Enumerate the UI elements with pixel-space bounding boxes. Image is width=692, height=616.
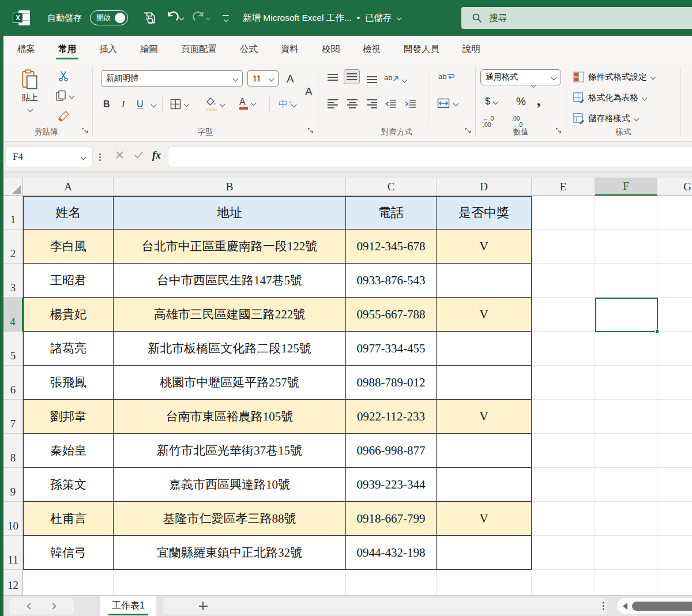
cell-G11[interactable] (657, 536, 692, 570)
bottom-align-button[interactable] (367, 74, 377, 83)
row-header-11[interactable]: 11 (3, 536, 23, 570)
font-color-button[interactable]: A (239, 97, 255, 110)
cell-G3[interactable] (657, 264, 692, 298)
sheet-bar-dots-icon[interactable] (603, 605, 604, 607)
tab-home[interactable]: 常用 (57, 36, 77, 62)
cell-B8[interactable]: 新竹市北區光華街37巷15號 (114, 434, 346, 468)
merge-center-button[interactable] (437, 98, 458, 108)
save-button[interactable] (142, 10, 157, 25)
cell-B3[interactable]: 台中市西區民生路147巷5號 (114, 264, 346, 298)
cell-C3[interactable]: 0933-876-543 (346, 264, 437, 298)
cell-A11[interactable]: 韓信弓 (23, 536, 114, 570)
excel-logo-icon[interactable]: X (13, 9, 31, 27)
prev-sheet-icon[interactable] (27, 603, 33, 609)
next-sheet-icon[interactable] (50, 603, 56, 609)
column-header-G[interactable]: G (657, 178, 692, 196)
cell-A8[interactable]: 秦始皇 (23, 434, 114, 468)
cell-C9[interactable]: 0939-223-344 (346, 468, 437, 502)
copy-button[interactable] (55, 90, 74, 102)
tab-view[interactable]: 檢視 (362, 36, 382, 62)
alignment-dialog-launcher[interactable] (465, 126, 471, 136)
cell-D5[interactable] (437, 332, 532, 366)
cell-B5[interactable]: 新北市板橋區文化路二段125號 (114, 332, 346, 366)
search-box[interactable]: 搜尋 (461, 7, 692, 29)
middle-align-button[interactable] (344, 69, 360, 84)
cell-C10[interactable]: 0918-667-799 (346, 502, 437, 536)
tab-help[interactable]: 說明 (461, 36, 482, 62)
header-cell-C1[interactable]: 電話 (346, 196, 437, 230)
cell-E9[interactable] (532, 468, 595, 502)
cell-A5[interactable]: 諸葛亮 (23, 332, 114, 366)
underline-dropdown-icon[interactable] (151, 102, 157, 108)
cell-B6[interactable]: 桃園市中壢區延平路257號 (114, 366, 346, 400)
borders-button[interactable] (170, 99, 189, 110)
autosave-toggle[interactable]: 開啟 (90, 10, 128, 25)
cell-C7[interactable]: 0922-112-233 (346, 400, 437, 434)
align-left-button[interactable] (328, 99, 338, 108)
cell-E12[interactable] (532, 570, 595, 595)
scroll-left-icon[interactable] (623, 603, 627, 610)
cell-F5[interactable] (595, 332, 657, 366)
tab-data[interactable]: 資料 (280, 36, 300, 62)
cell-E3[interactable] (532, 264, 595, 298)
paste-button[interactable]: 貼上 (21, 69, 39, 114)
cell-D4[interactable]: V (437, 298, 532, 332)
row-header-9[interactable]: 9 (3, 468, 23, 502)
cell-C5[interactable]: 0977-334-455 (346, 332, 437, 366)
cell-F1[interactable] (595, 196, 657, 230)
redo-button[interactable] (191, 10, 210, 25)
tab-draw[interactable]: 繪圖 (139, 36, 159, 62)
row-header-3[interactable]: 3 (3, 264, 23, 298)
cell-G2[interactable] (657, 230, 692, 264)
align-right-button[interactable] (367, 99, 377, 108)
cell-F8[interactable] (595, 434, 657, 468)
cell-styles-button[interactable]: 儲存格樣式 (573, 113, 638, 124)
column-header-A[interactable]: A (23, 178, 114, 196)
selected-cell[interactable] (595, 298, 658, 332)
orientation-button[interactable]: ab (384, 73, 407, 82)
cell-C8[interactable]: 0966-998-877 (346, 434, 437, 468)
tab-file[interactable]: 檔案 (16, 36, 36, 62)
decrease-indent-button[interactable] (385, 99, 397, 108)
cell-D6[interactable] (437, 366, 532, 400)
cell-F12[interactable] (595, 570, 657, 595)
cancel-button[interactable] (115, 151, 124, 161)
tab-page-layout[interactable]: 頁面配置 (180, 36, 218, 62)
column-header-E[interactable]: E (532, 178, 595, 196)
copy-dropdown-icon[interactable] (69, 93, 75, 99)
cell-A2[interactable]: 李白風 (23, 230, 114, 264)
cell-C11[interactable]: 0944-432-198 (346, 536, 437, 570)
cell-C2[interactable]: 0912-345-678 (346, 230, 437, 264)
tab-formulas[interactable]: 公式 (239, 36, 259, 62)
enter-button[interactable] (134, 151, 144, 161)
row-header-12[interactable]: 12 (3, 570, 23, 595)
document-title[interactable]: 新增 Microsoft Excel 工作... • 已儲存 (243, 12, 401, 24)
cell-A3[interactable]: 王昭君 (23, 264, 114, 298)
row-header-7[interactable]: 7 (3, 400, 23, 434)
cell-F3[interactable] (595, 264, 657, 298)
cell-E4[interactable] (532, 298, 595, 332)
font-name-select[interactable]: 新細明體 (101, 70, 243, 87)
comma-style-button[interactable]: , (537, 98, 541, 104)
font-dialog-launcher[interactable] (307, 126, 314, 136)
row-header-6[interactable]: 6 (3, 366, 23, 400)
cell-F11[interactable] (595, 536, 657, 570)
cell-B11[interactable]: 宜蘭縣羅東鎮中正北路32號 (114, 536, 346, 570)
format-painter-button[interactable] (58, 110, 70, 125)
header-cell-B1[interactable]: 地址 (114, 196, 346, 230)
cell-D10[interactable]: V (437, 502, 532, 536)
cell-D3[interactable] (437, 264, 532, 298)
cut-button[interactable] (58, 70, 69, 84)
cell-D8[interactable] (437, 434, 532, 468)
cell-F2[interactable] (595, 230, 657, 264)
title-dropdown-icon[interactable] (396, 16, 401, 20)
tab-developer[interactable]: 開發人員 (403, 36, 441, 62)
scrollbar-thumb[interactable] (632, 602, 692, 611)
currency-button[interactable]: $ (485, 96, 498, 107)
row-header-4[interactable]: 4 (3, 298, 23, 332)
tab-insert[interactable]: 插入 (98, 36, 118, 62)
format-as-table-button[interactable]: 格式化為表格 (573, 92, 646, 103)
font-size-select[interactable]: 11 (247, 70, 279, 87)
cell-G12[interactable] (657, 570, 692, 595)
cell-B2[interactable]: 台北市中正區重慶南路一段122號 (114, 230, 346, 264)
